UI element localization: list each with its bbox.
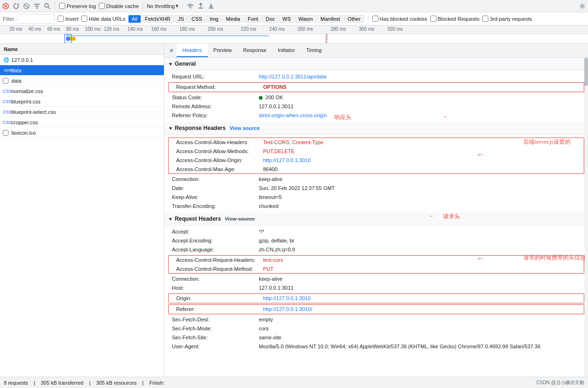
blocked-requests-checkbox[interactable]: Blocked Requests <box>430 16 480 22</box>
tick-80ms: 80 ms <box>66 26 79 32</box>
filter-input[interactable] <box>17 14 55 24</box>
file-row-blueprint-select[interactable]: CSS blueprint-select.css <box>0 107 164 117</box>
tab-response[interactable]: Response <box>238 43 273 57</box>
settings-icon[interactable] <box>579 2 586 10</box>
file-icon-html: 🌐 <box>3 57 9 62</box>
tick-160ms: 160 ms <box>151 26 167 32</box>
req-sec-fetch-dest: Sec-Fetch-Dest: empty <box>164 315 588 324</box>
filter-btn-wasm[interactable]: Wasm <box>295 15 316 23</box>
wifi-icon[interactable] <box>187 2 194 10</box>
tab-timing-label: Timing <box>306 47 322 53</box>
request-headers-section-header[interactable]: ▼ Request Headers View source <box>164 213 588 225</box>
rh-transfer-encoding-val: chunked <box>259 203 279 209</box>
upload-icon[interactable] <box>197 2 205 10</box>
req-accept-encoding-key: Accept-Encoding: <box>172 238 257 243</box>
rh-keep-alive: Keep-Alive: timeout=5 <box>164 193 588 202</box>
tick-140ms: 140 ms <box>128 26 143 32</box>
invert-checkbox[interactable]: Invert <box>58 16 78 22</box>
filter-btn-all[interactable]: All <box>128 15 141 23</box>
disable-cache-checkbox[interactable]: Disable cache <box>99 3 139 9</box>
hide-data-urls-checkbox[interactable]: Hide data URLs <box>81 16 126 22</box>
filter-btn-ws[interactable]: WS <box>279 15 294 23</box>
filter-btn-manifest[interactable]: Manifest <box>317 15 344 23</box>
rh-access-allow-headers-val: Test-CORS, Content-Type <box>263 139 324 145</box>
status-green-dot <box>259 96 263 100</box>
rh-access-allow-methods-key: Access-Control-Allow-Methods: <box>176 148 261 154</box>
file-icon-css1: CSS <box>3 89 9 94</box>
search-icon[interactable] <box>43 2 51 10</box>
tab-preview[interactable]: Preview <box>208 43 238 57</box>
download-icon[interactable] <box>207 2 215 10</box>
panel-close-icon[interactable]: ✕ <box>166 45 177 56</box>
timeline-blue-marker <box>327 34 327 43</box>
file-row-127[interactable]: 🌐 127.0.0.1 <box>0 55 164 65</box>
referrer-policy-key: Referrer Policy: <box>172 112 257 118</box>
general-request-url: Request URL: http://127.0.0.1:3011/api/d… <box>164 72 588 81</box>
filter-btn-fetch[interactable]: Fetch/XHR <box>142 15 174 23</box>
filter-btn-img[interactable]: Img <box>206 15 222 23</box>
response-headers-view-source[interactable]: View source <box>230 125 260 131</box>
tab-headers[interactable]: Headers <box>177 43 208 57</box>
file-row-favicon[interactable]: favicon.ico <box>0 128 164 138</box>
third-party-checkbox[interactable]: 3rd-party requests <box>482 16 532 22</box>
general-status-code: Status Code: 200 OK <box>164 93 588 102</box>
filter-btn-js[interactable]: JS <box>175 15 187 23</box>
file-row-data-selected[interactable]: XHR data <box>0 65 164 76</box>
general-request-method: Request Method: OPTIONS <box>169 83 584 92</box>
file-row-blueprint[interactable]: CSS blueprint.css <box>0 96 164 107</box>
scrollbar[interactable] <box>584 58 588 377</box>
request-method-highlight: Request Method: OPTIONS <box>168 82 584 92</box>
general-section-title: General <box>175 60 196 67</box>
clear-icon[interactable] <box>23 2 30 10</box>
hide-data-urls-label: Hide data URLs <box>89 16 126 22</box>
tick-280ms: 280 ms <box>331 26 346 32</box>
file-row-cropper[interactable]: CSS cropper.css <box>0 117 164 128</box>
tick-300ms: 300 ms <box>359 26 375 32</box>
req-referer-val: http://127.0.0.1:3010/ <box>263 306 312 312</box>
filter-btn-css[interactable]: CSS <box>188 15 206 23</box>
throttling-select[interactable]: No throttling ▾ <box>147 3 179 9</box>
filter-btn-other[interactable]: Other <box>344 15 364 23</box>
tab-timing[interactable]: Timing <box>300 43 327 57</box>
req-user-agent: User-Agent: Mozilla/5.0 (Windows NT 10.0… <box>164 342 588 351</box>
general-remote-address: Remote Address: 127.0.0.1:3011 <box>164 102 588 111</box>
divider4 <box>368 15 368 23</box>
req-sec-fetch-site: Sec-Fetch-Site: same-site <box>164 333 588 342</box>
rh-access-allow-origin: Access-Control-Allow-Origin: http://127.… <box>169 156 584 165</box>
file-checkbox-data2[interactable] <box>3 78 9 84</box>
tab-response-label: Response <box>243 47 267 53</box>
rh-access-allow-headers: Access-Control-Allow-Headers: Test-CORS,… <box>169 138 584 147</box>
tab-initiator-label: Initiator <box>278 47 295 53</box>
req-acr-method-key: Access-Control-Request-Method: <box>176 266 261 272</box>
filter-btn-font[interactable]: Font <box>244 15 261 23</box>
timeline-ruler: 20 ms 40 ms 60 ms 80 ms 100 ms 120 ms 14… <box>0 26 588 34</box>
filter-btn-doc[interactable]: Doc <box>262 15 278 23</box>
remote-address-key: Remote Address: <box>172 103 257 109</box>
toolbar: Preserve log Disable cache No throttling… <box>0 0 588 12</box>
file-checkbox-favicon[interactable] <box>3 130 9 136</box>
tick-180ms: 180 ms <box>179 26 195 32</box>
response-headers-section-header[interactable]: ▼ Response Headers View source <box>164 122 588 135</box>
request-headers-view-source[interactable]: View source <box>225 216 255 222</box>
refresh-icon[interactable] <box>12 2 20 10</box>
blocked-cookies-checkbox[interactable]: Has blocked cookies <box>372 16 427 22</box>
req-acr-method-val: PUT <box>263 266 273 272</box>
filter-icon[interactable] <box>33 2 41 10</box>
general-referrer-policy: Referrer Policy: strict-origin-when-cros… <box>164 111 588 120</box>
file-row-normalize[interactable]: CSS normalize.css <box>0 86 164 96</box>
filter-btn-media[interactable]: Media <box>222 15 243 23</box>
req-sec-fetch-dest-key: Sec-Fetch-Dest: <box>172 317 257 322</box>
tab-initiator[interactable]: Initiator <box>272 43 300 57</box>
tick-100ms: 100 ms <box>85 26 101 32</box>
third-party-label: 3rd-party requests <box>490 16 532 22</box>
file-row-data2[interactable]: data <box>0 76 164 86</box>
req-accept-language-val: zh-CN,zh;q=0.9 <box>259 247 295 252</box>
general-section-header[interactable]: ▼ General <box>164 58 588 70</box>
stop-icon[interactable] <box>2 2 9 10</box>
request-method-key: Request Method: <box>176 84 261 90</box>
request-headers-title: Request Headers <box>175 216 221 222</box>
preserve-log-checkbox[interactable]: Preserve log <box>59 3 96 9</box>
status-code-key: Status Code: <box>172 95 257 100</box>
scroll-thumb[interactable] <box>584 58 588 86</box>
rh-date-key: Date: <box>172 185 257 191</box>
